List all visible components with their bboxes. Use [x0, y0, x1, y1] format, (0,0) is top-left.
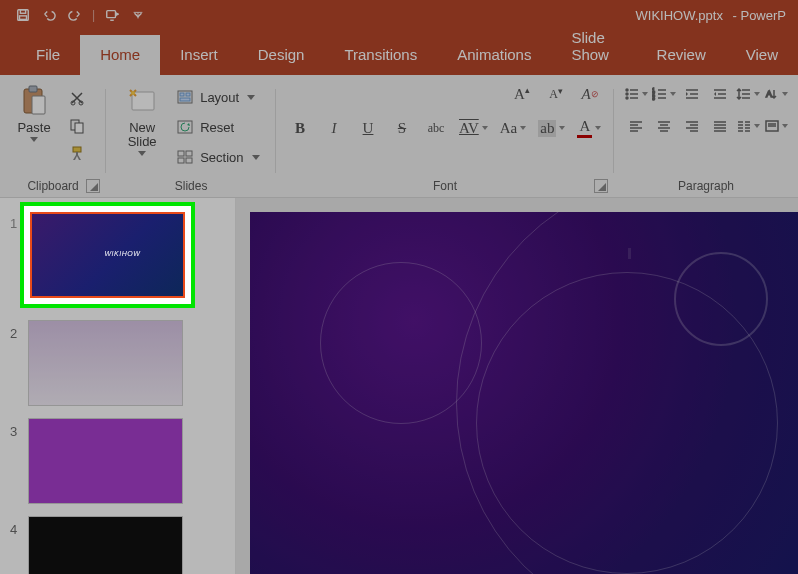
copy-icon[interactable] [66, 115, 88, 137]
svg-point-23 [626, 89, 628, 91]
start-from-beginning-icon[interactable] [101, 4, 123, 26]
columns-button[interactable] [736, 115, 760, 137]
group-clipboard: Paste Clipboard [0, 75, 106, 197]
align-left-button[interactable] [624, 115, 648, 137]
layout-button[interactable]: Layout [176, 85, 259, 109]
svg-rect-15 [180, 93, 184, 96]
thumbnail-number: 3 [10, 418, 28, 439]
cut-icon[interactable] [66, 87, 88, 109]
svg-rect-22 [186, 158, 192, 163]
customize-qat-icon[interactable] [127, 4, 149, 26]
svg-rect-3 [107, 11, 116, 18]
thumbnail-number: 2 [10, 320, 28, 341]
thumbnail-slide-4[interactable]: 4 [0, 510, 235, 574]
thumbnail-slide-3[interactable]: 3 [0, 412, 235, 510]
section-icon [176, 148, 194, 166]
thumbnail-title-text: WIKIHOW [104, 250, 140, 257]
quick-access-toolbar: | [0, 4, 149, 26]
tab-transitions[interactable]: Transitions [324, 35, 437, 75]
reset-button[interactable]: Reset [176, 115, 259, 139]
align-center-button[interactable] [652, 115, 676, 137]
svg-rect-11 [73, 147, 81, 152]
layout-icon [176, 88, 194, 106]
highlight-button[interactable]: ab [535, 117, 568, 139]
title-separator: - [729, 8, 741, 23]
paragraph-row-top: 123 A [624, 83, 788, 105]
paste-label: Paste [17, 121, 50, 135]
font-launcher-icon[interactable] [594, 179, 608, 193]
group-paragraph: 123 A Paragraph [614, 75, 798, 197]
thumbnail-preview [28, 418, 183, 504]
chevron-down-icon [138, 151, 146, 156]
tab-insert[interactable]: Insert [160, 35, 238, 75]
svg-point-13 [131, 91, 135, 95]
italic-button[interactable]: I [320, 117, 348, 139]
group-label-slides: Slides [106, 179, 276, 193]
character-spacing-button[interactable]: AV [456, 117, 491, 139]
decrease-indent-button[interactable] [680, 83, 704, 105]
increase-indent-button[interactable] [708, 83, 732, 105]
app-name: PowerP [740, 8, 786, 23]
underline-button[interactable]: U [354, 117, 382, 139]
tab-home[interactable]: Home [80, 35, 160, 75]
thumbnail-slide-2[interactable]: 2 [0, 314, 235, 412]
new-slide-button[interactable]: New Slide [116, 83, 168, 156]
line-spacing-button[interactable] [736, 83, 760, 105]
ribbon-tabs: File Home Insert Design Transitions Anim… [0, 30, 798, 75]
text-direction-button[interactable]: A [764, 83, 788, 105]
paste-button[interactable]: Paste [10, 83, 58, 142]
tab-design[interactable]: Design [238, 35, 325, 75]
strikethrough-button[interactable]: S [388, 117, 416, 139]
reset-icon [176, 118, 194, 136]
bullets-button[interactable] [624, 83, 648, 105]
decorative-circle [320, 262, 482, 424]
chevron-down-icon [30, 137, 38, 142]
justify-button[interactable] [708, 115, 732, 137]
paste-icon [18, 85, 50, 117]
format-painter-icon[interactable] [66, 143, 88, 165]
ribbon: Paste Clipboard New Slide Layout [0, 75, 798, 198]
align-text-button[interactable] [764, 115, 788, 137]
tab-animations[interactable]: Animations [437, 35, 551, 75]
window-title: WIKIHOW.pptx - PowerP [636, 0, 787, 30]
undo-icon[interactable] [38, 4, 60, 26]
increase-font-icon[interactable]: A▴ [508, 83, 536, 105]
current-slide[interactable] [250, 212, 798, 574]
svg-rect-10 [75, 123, 83, 133]
bold-button[interactable]: B [286, 117, 314, 139]
new-slide-label: New Slide [128, 121, 157, 149]
save-icon[interactable] [12, 4, 34, 26]
group-label-paragraph: Paragraph [614, 179, 798, 193]
clipboard-launcher-icon[interactable] [86, 179, 100, 193]
svg-rect-17 [180, 98, 190, 101]
svg-rect-2 [20, 16, 27, 20]
tab-view[interactable]: View [726, 35, 798, 75]
svg-rect-5 [29, 86, 37, 92]
numbering-button[interactable]: 123 [652, 83, 676, 105]
svg-point-25 [626, 97, 628, 99]
tab-file[interactable]: File [16, 35, 80, 75]
redo-icon[interactable] [64, 4, 86, 26]
slide-thumbnails-pane[interactable]: 1 WIKIHOW 2 3 4 [0, 198, 236, 574]
reset-label: Reset [200, 120, 234, 135]
thumbnail-preview: WIKIHOW [30, 212, 185, 298]
slide-canvas[interactable] [236, 198, 798, 574]
section-button[interactable]: Section [176, 145, 259, 169]
decrease-font-icon[interactable]: A▾ [542, 83, 570, 105]
group-slides: New Slide Layout Reset Section Slides [106, 75, 276, 197]
align-right-button[interactable] [680, 115, 704, 137]
change-case-button[interactable]: Aa [497, 117, 530, 139]
tab-review[interactable]: Review [637, 35, 726, 75]
thumbnail-slide-1[interactable]: 1 WIKIHOW [0, 204, 235, 314]
workspace: 1 WIKIHOW 2 3 4 [0, 198, 798, 574]
thumbnail-preview [28, 516, 183, 574]
qat-separator: | [92, 8, 95, 22]
font-row-bottom: B I U S abc AV Aa ab A [286, 117, 604, 139]
font-color-button[interactable]: A [574, 117, 604, 139]
svg-rect-19 [178, 151, 184, 156]
paragraph-row-bottom [624, 115, 788, 137]
svg-text:3: 3 [652, 95, 655, 101]
text-shadow-button[interactable]: abc [422, 117, 450, 139]
clear-formatting-icon[interactable]: A⊘ [576, 83, 604, 105]
selection-highlight: WIKIHOW [20, 202, 195, 308]
